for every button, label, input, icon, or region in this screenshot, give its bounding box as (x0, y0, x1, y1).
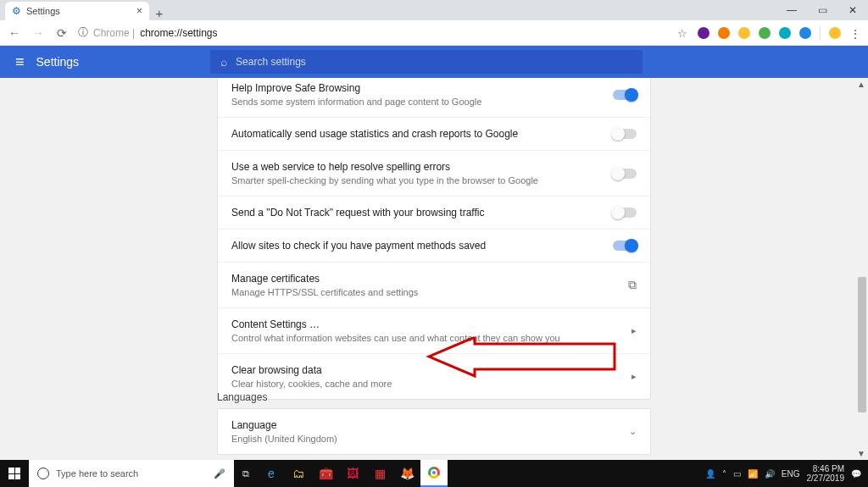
settings-row-5[interactable]: Manage certificatesManage HTTPS/SSL cert… (218, 262, 650, 307)
taskbar-firefox-icon[interactable]: 🦊 (393, 460, 420, 487)
privacy-card: Help Improve Safe BrowsingSends some sys… (217, 78, 651, 400)
search-icon: ⌕ (220, 55, 227, 69)
extension-icon-6[interactable] (799, 27, 811, 39)
bookmark-star-icon[interactable]: ☆ (677, 27, 689, 39)
settings-content: Help Improve Safe BrowsingSends some sys… (0, 78, 868, 460)
browser-tabstrip: ⚙ Settings × + — ▭ ✕ (0, 0, 868, 20)
settings-row-7[interactable]: Clear browsing dataClear history, cookie… (218, 353, 650, 399)
row-title: Content Settings … (231, 318, 632, 330)
tray-date: 2/27/2019 (807, 473, 845, 483)
search-placeholder: Search settings (236, 56, 306, 68)
tray-wifi-icon[interactable]: 📶 (748, 469, 758, 479)
tray-clock[interactable]: 8:46 PM 2/27/2019 (807, 464, 845, 483)
languages-section-label: Languages (217, 391, 267, 403)
extension-icon-3[interactable] (738, 27, 750, 39)
new-tab-button[interactable]: + (149, 6, 170, 20)
gear-icon: ⚙ (12, 5, 21, 17)
chevron-right-icon: ▸ (632, 371, 637, 382)
row-sub: Manage HTTPS/SSL certificates and settin… (231, 287, 628, 297)
toggle-switch[interactable] (613, 169, 637, 179)
omnibox-url: chrome://settings (140, 27, 217, 39)
scrollbar-thumb[interactable] (858, 277, 866, 412)
forward-button[interactable]: → (31, 26, 46, 40)
row-title: Clear browsing data (231, 364, 632, 376)
cortana-icon (37, 468, 49, 479)
chevron-right-icon: ▸ (632, 325, 637, 336)
back-button[interactable]: ← (7, 26, 22, 40)
settings-row-0[interactable]: Help Improve Safe BrowsingSends some sys… (218, 78, 650, 117)
toggle-switch[interactable] (613, 129, 637, 139)
browser-tab-settings[interactable]: ⚙ Settings × (5, 2, 149, 20)
menu-icon[interactable]: ≡ (15, 53, 25, 71)
tray-chevron-up-icon[interactable]: ˄ (722, 469, 726, 479)
row-title: Allow sites to check if you have payment… (231, 240, 613, 252)
tray-volume-icon[interactable]: 🔊 (765, 469, 775, 479)
address-bar: ← → ⟳ ⓘ Chrome | chrome://settings ☆ ⋮ (0, 20, 868, 46)
tray-language[interactable]: ENG (782, 469, 800, 479)
language-row[interactable]: Language English (United Kingdom) ⌄ (218, 409, 650, 454)
mic-icon[interactable]: 🎤 (214, 468, 225, 479)
toolbar-separator (820, 26, 821, 40)
extension-icon-2[interactable] (718, 27, 730, 39)
language-row-sub: English (United Kingdom) (231, 434, 629, 444)
tray-battery-icon[interactable]: ▭ (733, 469, 741, 479)
toolbar-icons: ☆ ⋮ (677, 26, 861, 40)
extension-icon-5[interactable] (779, 27, 791, 39)
maximize-button[interactable]: ▭ (807, 0, 837, 20)
tray-notifications-icon[interactable]: 💬 (851, 469, 861, 479)
chevron-down-icon: ⌄ (629, 426, 637, 437)
scroll-up-icon[interactable]: ▲ (856, 80, 866, 89)
scroll-down-icon[interactable]: ▼ (856, 449, 866, 458)
taskbar-search[interactable]: Type here to search 🎤 (29, 460, 234, 487)
settings-header: ≡ Settings ⌕ Search settings (0, 46, 868, 78)
settings-row-1[interactable]: Automatically send usage statistics and … (218, 117, 650, 150)
language-row-title: Language (231, 419, 629, 431)
extension-icon-4[interactable] (759, 27, 771, 39)
launch-icon: ⧉ (628, 278, 637, 292)
extension-icon-1[interactable] (698, 27, 709, 39)
system-tray: 👤 ˄ ▭ 📶 🔊 ENG 8:46 PM 2/27/2019 💬 (698, 464, 868, 483)
taskbar-search-placeholder: Type here to search (56, 468, 138, 479)
minimize-button[interactable]: — (776, 0, 807, 20)
row-sub: Clear history, cookies, cache and more (231, 379, 632, 389)
row-sub: Sends some system information and page c… (231, 97, 613, 107)
settings-row-6[interactable]: Content Settings …Control what informati… (218, 307, 650, 353)
settings-search[interactable]: ⌕ Search settings (210, 50, 643, 74)
taskbar-app-icon-1[interactable]: 🧰 (312, 460, 339, 487)
page-title: Settings (36, 55, 80, 69)
tray-time: 8:46 PM (807, 464, 845, 473)
reload-button[interactable]: ⟳ (54, 26, 70, 40)
window-controls: — ▭ ✕ (776, 0, 868, 20)
omnibox-origin: Chrome | (93, 27, 135, 39)
taskbar-edge-icon[interactable]: e (258, 460, 285, 487)
row-sub: Control what information websites can us… (231, 333, 632, 343)
omnibox[interactable]: ⓘ Chrome | chrome://settings (78, 25, 669, 40)
toggle-switch[interactable] (613, 208, 637, 218)
tray-people-icon[interactable]: 👤 (705, 469, 715, 479)
toggle-switch[interactable] (613, 241, 637, 251)
taskbar-app-icon-2[interactable]: 🖼 (339, 460, 366, 487)
languages-card: Language English (United Kingdom) ⌄ (217, 408, 651, 455)
taskbar-chrome-icon[interactable] (420, 460, 448, 487)
row-title: Help Improve Safe Browsing (231, 82, 613, 94)
row-title: Automatically send usage statistics and … (231, 128, 613, 140)
start-button[interactable] (0, 460, 29, 487)
settings-row-2[interactable]: Use a web service to help resolve spelli… (218, 150, 650, 196)
tab-title: Settings (26, 6, 60, 16)
taskbar-explorer-icon[interactable]: 🗂 (285, 460, 312, 487)
taskbar: Type here to search 🎤 ⧉ e 🗂 🧰 🖼 ▦ 🦊 👤 ˄ … (0, 460, 868, 487)
extension-icon-7[interactable] (829, 27, 841, 39)
row-title: Manage certificates (231, 273, 628, 285)
browser-menu-icon[interactable]: ⋮ (849, 27, 861, 39)
taskbar-apps: e 🗂 🧰 🖼 ▦ 🦊 (258, 460, 448, 487)
settings-row-3[interactable]: Send a "Do Not Track" request with your … (218, 196, 650, 229)
row-title: Send a "Do Not Track" request with your … (231, 207, 613, 219)
scrollbar[interactable]: ▲ ▼ (856, 78, 868, 460)
task-view-icon[interactable]: ⧉ (234, 468, 258, 479)
settings-row-4[interactable]: Allow sites to check if you have payment… (218, 229, 650, 262)
taskbar-app-icon-3[interactable]: ▦ (366, 460, 393, 487)
close-window-button[interactable]: ✕ (837, 0, 868, 20)
toggle-switch[interactable] (613, 90, 637, 100)
row-sub: Smarter spell-checking by sending what y… (231, 175, 613, 185)
tab-close-icon[interactable]: × (136, 5, 142, 17)
